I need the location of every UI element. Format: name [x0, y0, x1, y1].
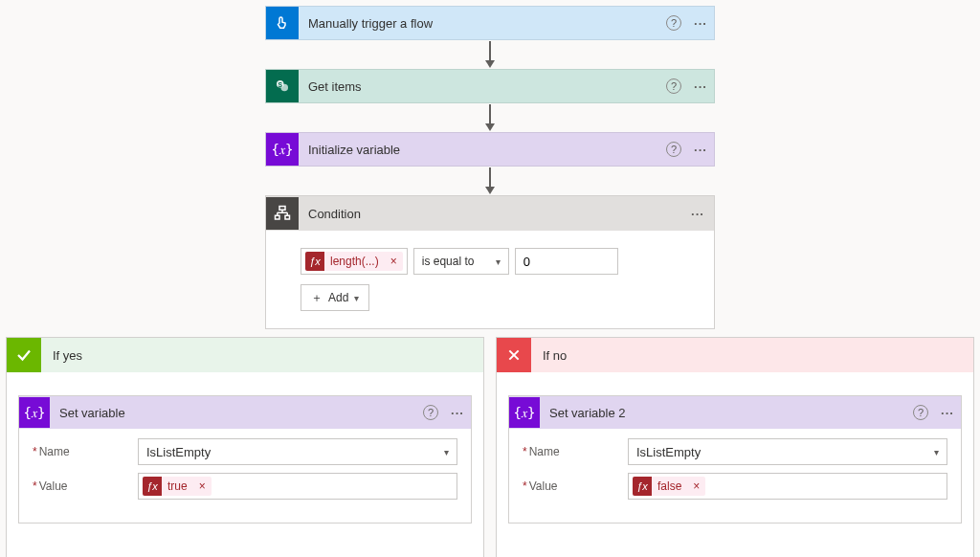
expression-label: true: [162, 479, 193, 493]
svg-rect-15: [285, 215, 290, 219]
initvar-title: Initialize variable: [299, 143, 660, 157]
condition-right-value[interactable]: [515, 248, 618, 275]
branch-yes-body: {𝑥} Set variable ? ··· Name IsListEmpty …: [7, 372, 483, 557]
variable-icon: {𝑥}: [509, 397, 540, 428]
branch-yes: If yes {𝑥} Set variable ? ··· Name Is: [6, 337, 484, 557]
operator-label: is equal to: [422, 255, 475, 268]
arrow-icon: [483, 167, 497, 195]
expression-chip[interactable]: ƒx true ×: [143, 477, 212, 496]
more-icon[interactable]: ···: [687, 16, 714, 31]
name-label: Name: [33, 445, 138, 458]
variable-icon: {𝑥}: [266, 133, 299, 166]
more-icon[interactable]: ···: [934, 406, 961, 420]
chevron-down-icon: ▾: [444, 447, 449, 457]
add-condition-button[interactable]: ＋ Add ▾: [301, 284, 369, 311]
remove-icon[interactable]: ×: [193, 479, 212, 493]
setvar-no-body: Name IsListEmpty ▾ Value ƒx fa: [509, 429, 961, 523]
condition-row: ƒx length(...) × is equal to ▾: [301, 248, 679, 275]
variable-name-value: IsListEmpty: [636, 445, 701, 459]
condition-body: ƒx length(...) × is equal to ▾ ＋ Add ▾: [266, 231, 714, 328]
plus-icon: ＋: [311, 290, 323, 306]
branch-yes-header: If yes: [7, 338, 483, 372]
branch-no-label: If no: [531, 348, 567, 363]
condition-operator-select[interactable]: is equal to ▾: [413, 248, 509, 275]
variable-name-select[interactable]: IsListEmpty ▾: [628, 438, 947, 465]
help-icon[interactable]: ?: [660, 15, 687, 31]
remove-icon[interactable]: ×: [687, 479, 705, 493]
variable-value-field[interactable]: ƒx false ×: [628, 473, 947, 500]
flow-canvas: Manually trigger a flow ? ··· S Get item…: [0, 0, 980, 557]
condition-header[interactable]: Condition ···: [266, 196, 714, 231]
arrow-icon: [483, 103, 497, 132]
expression-label: length(...): [324, 255, 385, 268]
fx-icon: ƒx: [143, 477, 162, 496]
help-icon[interactable]: ?: [907, 405, 934, 420]
variable-name-value: IsListEmpty: [146, 445, 211, 459]
svg-marker-8: [485, 187, 495, 194]
trigger-title: Manually trigger a flow: [299, 16, 660, 31]
set-variable-yes: {𝑥} Set variable ? ··· Name IsListEmpty …: [18, 395, 472, 524]
initialize-variable-step[interactable]: {𝑥} Initialize variable ? ···: [265, 132, 715, 167]
svg-marker-1: [485, 60, 495, 68]
help-icon[interactable]: ?: [660, 142, 687, 157]
condition-left-operand[interactable]: ƒx length(...) ×: [301, 248, 408, 275]
value-label: Value: [33, 479, 138, 493]
svg-rect-9: [279, 207, 285, 211]
help-icon[interactable]: ?: [660, 78, 687, 94]
setvar-yes-title: Set variable: [50, 406, 417, 420]
condition-step: Condition ··· ƒx length(...) × is equal …: [265, 195, 715, 329]
value-label: Value: [523, 479, 628, 493]
check-icon: [7, 338, 41, 372]
variable-name-select[interactable]: IsListEmpty ▾: [138, 438, 457, 465]
expression-chip[interactable]: ƒx false ×: [633, 477, 705, 496]
expression-chip[interactable]: ƒx length(...) ×: [305, 252, 403, 271]
more-icon[interactable]: ···: [681, 207, 714, 221]
expression-label: false: [652, 479, 687, 493]
get-items-step[interactable]: S Get items ? ···: [265, 69, 715, 103]
fx-icon: ƒx: [633, 477, 652, 496]
more-icon[interactable]: ···: [687, 143, 714, 157]
svg-marker-6: [485, 123, 495, 131]
more-icon[interactable]: ···: [687, 79, 714, 94]
variable-value-field[interactable]: ƒx true ×: [138, 473, 457, 500]
close-icon: [497, 338, 531, 372]
branch-no-header: If no: [497, 338, 973, 372]
name-label: Name: [523, 445, 628, 458]
get-items-title: Get items: [299, 79, 660, 94]
fx-icon: ƒx: [305, 252, 324, 271]
svg-rect-14: [276, 215, 280, 219]
chevron-down-icon: ▾: [496, 256, 501, 267]
set-variable-yes-header[interactable]: {𝑥} Set variable ? ···: [19, 396, 471, 429]
condition-title: Condition: [299, 207, 681, 221]
sharepoint-icon: S: [266, 70, 299, 102]
branch-no-body: {𝑥} Set variable 2 ? ··· Name IsListEmpt…: [497, 372, 973, 557]
setvar-no-title: Set variable 2: [540, 406, 907, 420]
arrow-icon: [483, 40, 497, 69]
branch-no: If no {𝑥} Set variable 2 ? ··· Name I: [496, 337, 974, 557]
trigger-step[interactable]: Manually trigger a flow ? ···: [265, 6, 715, 40]
svg-text:S: S: [278, 81, 283, 88]
set-variable-no: {𝑥} Set variable 2 ? ··· Name IsListEmpt…: [508, 395, 962, 524]
variable-icon: {𝑥}: [19, 397, 50, 428]
condition-icon: [266, 197, 299, 230]
help-icon[interactable]: ?: [417, 405, 444, 420]
add-label: Add: [328, 291, 348, 304]
setvar-yes-body: Name IsListEmpty ▾ Value ƒx tr: [19, 429, 471, 523]
chevron-down-icon: ▾: [354, 293, 359, 303]
touch-icon: [266, 7, 299, 39]
branch-yes-label: If yes: [41, 348, 82, 363]
more-icon[interactable]: ···: [444, 406, 471, 420]
condition-branches: If yes {𝑥} Set variable ? ··· Name Is: [3, 337, 977, 557]
remove-icon[interactable]: ×: [385, 255, 403, 268]
chevron-down-icon: ▾: [934, 447, 939, 457]
set-variable-no-header[interactable]: {𝑥} Set variable 2 ? ···: [509, 396, 961, 429]
